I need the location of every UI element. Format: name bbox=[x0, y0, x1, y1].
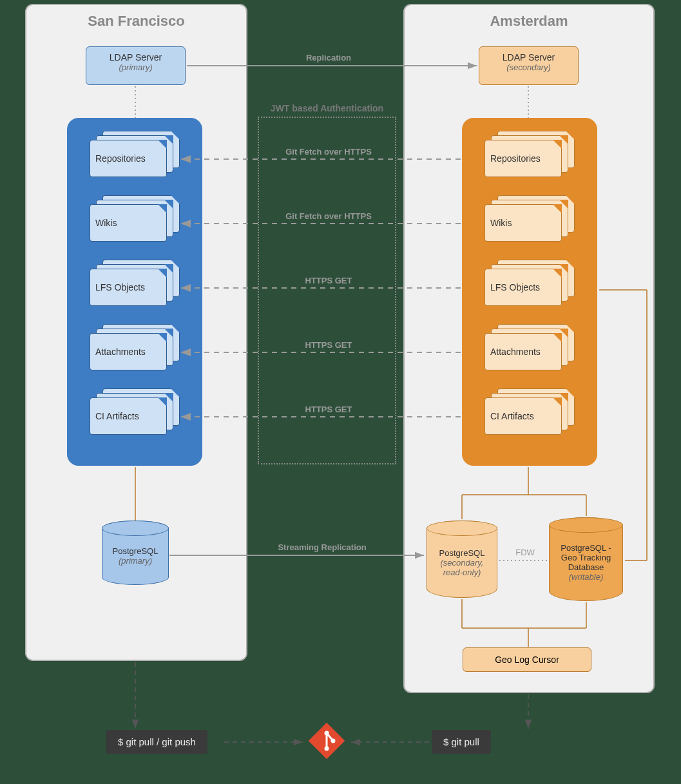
ldap-secondary-title: LDAP Server bbox=[479, 52, 578, 62]
services-am: Repositories Wikis LFS Objects Attachmen… bbox=[462, 118, 597, 466]
ldap-primary-sub: (primary) bbox=[86, 62, 185, 72]
ldap-primary-title: LDAP Server bbox=[86, 52, 185, 62]
doc-lfs-am: LFS Objects bbox=[484, 260, 575, 306]
services-sf: Repositories Wikis LFS Objects Attachmen… bbox=[67, 118, 202, 466]
region-title-sf: San Francisco bbox=[26, 5, 246, 30]
doc-repositories-sf: Repositories bbox=[90, 131, 180, 177]
doc-attachments-am: Attachments bbox=[484, 324, 575, 370]
label-streaming: Streaming Replication bbox=[258, 542, 387, 552]
cmd-pull: $ git pull bbox=[432, 730, 491, 754]
jwt-label: JWT based Authentication bbox=[258, 103, 396, 113]
doc-ci-sf: CI Artifacts bbox=[90, 388, 180, 435]
doc-repositories-am: Repositories bbox=[484, 131, 575, 177]
label-replication: Replication bbox=[277, 53, 380, 62]
doc-attachments-sf: Attachments bbox=[90, 324, 180, 370]
geo-log-cursor: Geo Log Cursor bbox=[463, 647, 591, 672]
doc-wikis-sf: Wikis bbox=[90, 195, 180, 242]
db-primary: PostgreSQL (primary) bbox=[102, 521, 169, 588]
ldap-primary: LDAP Server (primary) bbox=[86, 46, 186, 85]
region-title-am: Amsterdam bbox=[405, 5, 653, 30]
jwt-auth-box bbox=[258, 117, 396, 464]
git-icon bbox=[306, 720, 347, 761]
cmd-pull-push: $ git pull / git push bbox=[106, 730, 207, 754]
db-geo: PostgreSQL - Geo Tracking Database (writ… bbox=[549, 517, 623, 604]
doc-ci-am: CI Artifacts bbox=[484, 388, 575, 435]
db-secondary: PostgreSQL (secondary, read-only) bbox=[427, 521, 497, 600]
doc-wikis-am: Wikis bbox=[484, 195, 575, 242]
ldap-secondary-sub: (secondary) bbox=[479, 62, 578, 72]
doc-lfs-sf: LFS Objects bbox=[90, 260, 180, 306]
ldap-secondary: LDAP Server (secondary) bbox=[479, 46, 579, 85]
